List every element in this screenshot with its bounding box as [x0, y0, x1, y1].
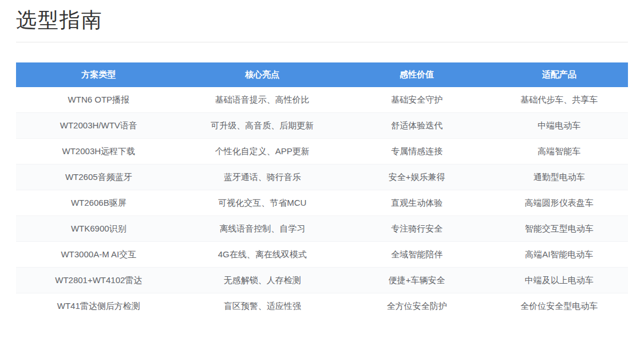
- cell-scheme: WT2003H远程下载: [16, 139, 181, 164]
- cell-value: 舒适体验迭代: [343, 113, 491, 139]
- header-scheme-type: 方案类型: [16, 62, 181, 87]
- header-emotional-value: 感性价值: [343, 62, 491, 87]
- cell-highlight: 盲区预警、适应性强: [181, 293, 343, 319]
- cell-product: 高端AI智能电动车: [490, 242, 628, 268]
- table-row: WTN6 OTP播报 基础语音提示、高性价比 基础安全守护 基础代步车、共享车: [16, 87, 628, 113]
- cell-highlight: 无感解锁、人存检测: [181, 268, 343, 293]
- cell-value: 便捷+车辆安全: [343, 268, 491, 293]
- cell-product: 高端智能车: [490, 139, 628, 164]
- selection-guide-table: 方案类型 核心亮点 感性价值 适配产品 WTN6 OTP播报 基础语音提示、高性…: [16, 62, 628, 319]
- cell-highlight: 蓝牙通话、骑行音乐: [181, 164, 343, 190]
- cell-highlight: 离线语音控制、自学习: [181, 216, 343, 242]
- cell-value: 专属情感连接: [343, 139, 491, 164]
- table-row: WTK6900识别 离线语音控制、自学习 专注骑行安全 智能交互型电动车: [16, 216, 628, 242]
- cell-value: 全方位安全防护: [343, 293, 491, 319]
- cell-value: 直观生动体验: [343, 190, 491, 216]
- table-row: WT2606B驱屏 可视化交互、节省MCU 直观生动体验 高端圆形仪表盘车: [16, 190, 628, 216]
- cell-product: 全价位安全型电动车: [490, 293, 628, 319]
- cell-product: 高端圆形仪表盘车: [490, 190, 628, 216]
- page-container: 选型指南 方案类型 核心亮点 感性价值 适配产品 WTN6 OTP播报 基础语音…: [0, 0, 644, 319]
- table-row: WT2003H远程下载 个性化自定义、APP更新 专属情感连接 高端智能车: [16, 139, 628, 164]
- cell-product: 中端及以上电动车: [490, 268, 628, 293]
- cell-product: 通勤型电动车: [490, 164, 628, 190]
- cell-scheme: WT3000A-M AI交互: [16, 242, 181, 268]
- cell-scheme: WTN6 OTP播报: [16, 87, 181, 113]
- cell-highlight: 4G在线、离在线双模式: [181, 242, 343, 268]
- table-row: WT41雷达侧后方检测 盲区预警、适应性强 全方位安全防护 全价位安全型电动车: [16, 293, 628, 319]
- cell-scheme: WTK6900识别: [16, 216, 181, 242]
- header-core-highlight: 核心亮点: [181, 62, 343, 87]
- cell-value: 安全+娱乐兼得: [343, 164, 491, 190]
- cell-highlight: 个性化自定义、APP更新: [181, 139, 343, 164]
- cell-scheme: WT2606B驱屏: [16, 190, 181, 216]
- table-row: WT3000A-M AI交互 4G在线、离在线双模式 全域智能陪伴 高端AI智能…: [16, 242, 628, 268]
- table-body: WTN6 OTP播报 基础语音提示、高性价比 基础安全守护 基础代步车、共享车 …: [16, 87, 628, 319]
- table-header: 方案类型 核心亮点 感性价值 适配产品: [16, 62, 628, 87]
- header-compatible-product: 适配产品: [490, 62, 628, 87]
- cell-scheme: WT41雷达侧后方检测: [16, 293, 181, 319]
- cell-product: 智能交互型电动车: [490, 216, 628, 242]
- cell-scheme: WT2003H/WTV语音: [16, 113, 181, 139]
- cell-scheme: WT2605音频蓝牙: [16, 164, 181, 190]
- title-divider: [16, 42, 628, 42]
- header-row: 方案类型 核心亮点 感性价值 适配产品: [16, 62, 628, 87]
- cell-product: 基础代步车、共享车: [490, 87, 628, 113]
- cell-value: 全域智能陪伴: [343, 242, 491, 268]
- cell-highlight: 可视化交互、节省MCU: [181, 190, 343, 216]
- cell-value: 专注骑行安全: [343, 216, 491, 242]
- table-row: WT2801+WT4102雷达 无感解锁、人存检测 便捷+车辆安全 中端及以上电…: [16, 268, 628, 293]
- table-row: WT2003H/WTV语音 可升级、高音质、后期更新 舒适体验迭代 中端电动车: [16, 113, 628, 139]
- page-title: 选型指南: [16, 6, 628, 34]
- cell-highlight: 基础语音提示、高性价比: [181, 87, 343, 113]
- cell-highlight: 可升级、高音质、后期更新: [181, 113, 343, 139]
- cell-value: 基础安全守护: [343, 87, 491, 113]
- cell-product: 中端电动车: [490, 113, 628, 139]
- cell-scheme: WT2801+WT4102雷达: [16, 268, 181, 293]
- table-row: WT2605音频蓝牙 蓝牙通话、骑行音乐 安全+娱乐兼得 通勤型电动车: [16, 164, 628, 190]
